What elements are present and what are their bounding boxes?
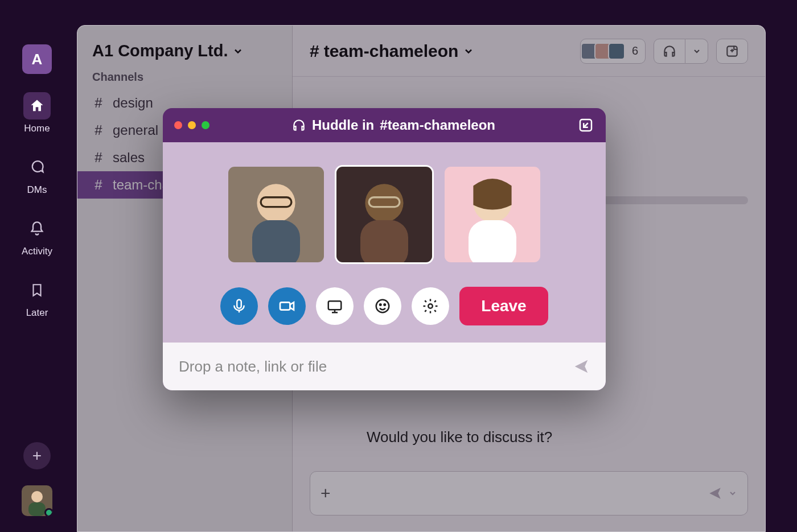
huddle-maximize-dot[interactable] <box>202 121 209 129</box>
svg-rect-2 <box>28 502 46 516</box>
rail-home-label: Home <box>24 123 50 134</box>
reactions-button[interactable] <box>364 287 401 325</box>
gear-icon <box>422 298 439 315</box>
svg-point-22 <box>429 304 433 308</box>
presence-indicator <box>44 508 52 516</box>
send-icon[interactable] <box>573 358 590 375</box>
huddle-title-prefix: Huddle in <box>312 117 374 133</box>
rail-activity-label: Activity <box>22 246 52 257</box>
leave-button[interactable]: Leave <box>459 287 548 325</box>
headphones-icon <box>291 118 306 133</box>
rail-home[interactable]: Home <box>23 92 51 134</box>
huddle-note-placeholder: Drop a note, link or file <box>179 358 327 376</box>
left-rail: A Home DMs Activity Later + <box>0 0 74 532</box>
svg-rect-17 <box>280 302 290 310</box>
participant-tile-speaking[interactable] <box>335 165 434 264</box>
camera-icon <box>278 297 296 315</box>
huddle-expand-button[interactable] <box>577 117 594 134</box>
participant-tile[interactable] <box>227 165 326 264</box>
huddle-close-dot[interactable] <box>174 121 182 129</box>
rail-add-button[interactable]: + <box>23 442 51 469</box>
mic-icon <box>231 298 248 315</box>
mic-button[interactable] <box>220 287 258 325</box>
huddle-note-composer[interactable]: Drop a note, link or file <box>163 343 606 390</box>
rail-dms[interactable]: DMs <box>23 154 51 196</box>
rail-later[interactable]: Later <box>23 277 51 319</box>
svg-point-6 <box>257 184 295 222</box>
screen-icon <box>326 298 343 315</box>
huddle-minimize-dot[interactable] <box>188 121 196 129</box>
svg-point-20 <box>380 304 381 306</box>
rail-activity[interactable]: Activity <box>22 215 52 257</box>
svg-point-10 <box>365 184 403 222</box>
huddle-participants <box>180 165 589 264</box>
bell-icon <box>29 221 45 237</box>
huddle-titlebar[interactable]: Huddle in #team-chameleon <box>163 108 606 142</box>
huddle-controls: Leave <box>180 287 589 325</box>
participant-tile[interactable] <box>443 165 542 264</box>
huddle-channel: #team-chameleon <box>380 117 495 133</box>
home-icon <box>29 98 45 114</box>
svg-rect-7 <box>252 220 300 262</box>
rail-dms-label: DMs <box>27 184 47 196</box>
screenshare-button[interactable] <box>316 287 354 325</box>
dms-icon <box>29 159 45 175</box>
user-avatar[interactable] <box>22 485 52 516</box>
smile-icon <box>374 298 391 315</box>
settings-button[interactable] <box>412 287 449 325</box>
workspace-tile[interactable]: A <box>22 44 52 74</box>
svg-point-21 <box>384 304 386 306</box>
svg-rect-16 <box>237 300 242 308</box>
svg-rect-18 <box>328 301 342 310</box>
svg-rect-15 <box>469 220 516 262</box>
svg-point-1 <box>31 491 43 502</box>
camera-button[interactable] <box>268 287 306 325</box>
svg-point-19 <box>376 300 389 313</box>
rail-later-label: Later <box>26 307 48 319</box>
bookmark-icon <box>30 283 44 298</box>
huddle-window: Huddle in #team-chameleon <box>163 108 606 390</box>
svg-rect-11 <box>360 220 408 262</box>
